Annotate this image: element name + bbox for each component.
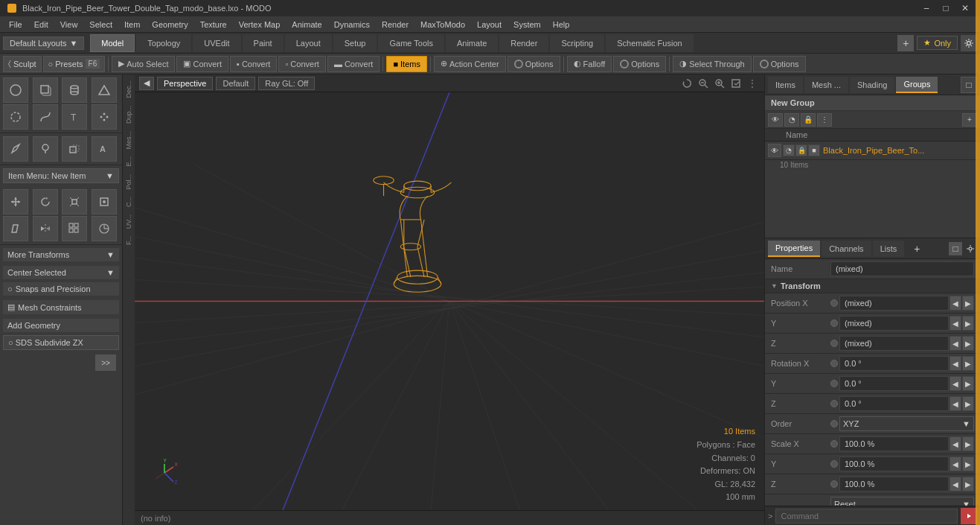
- props-tab-lists[interactable]: Lists: [873, 241, 905, 257]
- menu-layout[interactable]: Layout: [471, 19, 507, 31]
- rot-x-indicator[interactable]: [830, 360, 838, 367]
- viewport[interactable]: X Y Z 10 Items Polygons : Face Channels:…: [135, 92, 764, 510]
- more-transforms-button[interactable]: More Transforms ▼: [3, 248, 119, 261]
- zoom-in-button[interactable]: [712, 77, 727, 90]
- rot-y-indicator[interactable]: [830, 380, 838, 387]
- prop-rot-z-value[interactable]: 0.0 °: [839, 396, 949, 411]
- sculpt-button[interactable]: 〈 Sculpt: [3, 56, 42, 72]
- strip-mes[interactable]: Mes...: [124, 128, 134, 153]
- group-add-button[interactable]: +: [962, 113, 977, 127]
- group-render-button[interactable]: ◔: [784, 113, 799, 127]
- pos-x-indicator[interactable]: [830, 299, 838, 307]
- array-tool-button[interactable]: [62, 216, 87, 241]
- prop-name-value[interactable]: (mixed): [830, 261, 974, 276]
- item-render-icon[interactable]: ◔: [783, 144, 795, 156]
- group-eye-button[interactable]: 👁: [768, 113, 783, 127]
- tab-schematicfusion[interactable]: Schematic Fusion: [606, 34, 693, 52]
- menu-maxtomode[interactable]: MaxToModo: [414, 19, 471, 31]
- rot-z-left-btn[interactable]: ◀: [949, 396, 961, 411]
- tab-render[interactable]: Render: [499, 34, 548, 52]
- prop-pos-x-value[interactable]: (mixed): [839, 296, 949, 311]
- scale-y-right-btn[interactable]: ▶: [962, 456, 974, 471]
- bezier-tool-button[interactable]: [33, 104, 58, 130]
- falloff-button[interactable]: ◐ Falloff: [567, 56, 612, 72]
- scale-z-left-btn[interactable]: ◀: [949, 477, 961, 491]
- menu-texture[interactable]: Texture: [194, 19, 233, 31]
- panel-tab-shading[interactable]: Shading: [850, 77, 894, 93]
- center-selected-button[interactable]: Center Selected ▼: [3, 266, 119, 279]
- menu-select[interactable]: Select: [83, 19, 118, 31]
- options-button-2[interactable]: Options: [613, 56, 666, 72]
- maximize-button[interactable]: □: [937, 1, 955, 15]
- prop-pos-z-value[interactable]: (mixed): [839, 336, 949, 351]
- cube-tool-button[interactable]: [33, 77, 58, 103]
- ray-gl-label[interactable]: Ray GL: Off: [258, 77, 315, 90]
- prop-rot-x-value[interactable]: 0.0 °: [839, 356, 949, 371]
- sds-subdivide-button[interactable]: ○ SDS Subdivide ZX: [3, 335, 119, 350]
- pos-x-right-btn[interactable]: ▶: [962, 296, 974, 311]
- group-lock-button[interactable]: 🔒: [801, 113, 816, 127]
- scale-x-left-btn[interactable]: ◀: [949, 436, 961, 451]
- rot-z-right-btn[interactable]: ▶: [962, 396, 974, 411]
- pos-y-left-btn[interactable]: ◀: [949, 316, 961, 331]
- rot-y-right-btn[interactable]: ▶: [962, 376, 974, 391]
- strip-dec[interactable]: Dec...: [124, 77, 134, 101]
- item-type-icon[interactable]: ■: [808, 144, 820, 156]
- strip-uv[interactable]: UV...: [124, 211, 134, 232]
- options-button-1[interactable]: Options: [507, 56, 560, 72]
- pos-y-indicator[interactable]: [830, 319, 838, 327]
- transform-tool-button[interactable]: [92, 189, 117, 214]
- menu-view[interactable]: View: [54, 19, 84, 31]
- order-indicator[interactable]: [830, 420, 838, 427]
- auto-select-button[interactable]: ▶ Auto Select: [112, 56, 175, 72]
- strip-pol[interactable]: Pol...: [124, 171, 134, 193]
- tab-scripting[interactable]: Scripting: [550, 34, 604, 52]
- item-lock-icon[interactable]: 🔒: [795, 144, 807, 156]
- add-geometry-button[interactable]: Add Geometry: [3, 319, 119, 332]
- group-item-row[interactable]: 👁 ◔ 🔒 ■ Black_Iron_Pipe_Beer_To...: [765, 141, 980, 160]
- convert-button-1[interactable]: ▣ Convert: [176, 56, 228, 72]
- menu-dynamics[interactable]: Dynamics: [328, 19, 376, 31]
- command-input[interactable]: [775, 509, 958, 524]
- viewport-options-button[interactable]: ⋮: [745, 77, 760, 90]
- item-eye-button[interactable]: 👁: [768, 144, 781, 157]
- prop-scale-z-value[interactable]: 100.0 %: [839, 477, 949, 491]
- rotate-tool-button[interactable]: [33, 189, 58, 214]
- scale-y-indicator[interactable]: [830, 460, 838, 468]
- sphere-tool-button[interactable]: [3, 77, 28, 103]
- menu-help[interactable]: Help: [547, 19, 576, 31]
- viewport-nav-left[interactable]: ◀: [139, 77, 154, 90]
- scale-z-right-btn[interactable]: ▶: [962, 477, 974, 491]
- default-layouts-dropdown[interactable]: Default Layouts ▼: [3, 36, 84, 50]
- prop-order-value[interactable]: XYZ ▼: [839, 416, 974, 431]
- scale-x-right-btn[interactable]: ▶: [962, 436, 974, 451]
- menu-edit[interactable]: Edit: [28, 19, 54, 31]
- strip-e[interactable]: E...: [124, 153, 134, 170]
- tab-layout[interactable]: Layout: [285, 34, 332, 52]
- rot-x-right-btn[interactable]: ▶: [962, 356, 974, 371]
- reset-button[interactable]: Reset ▼: [830, 497, 974, 506]
- panel-expand-button[interactable]: □: [961, 77, 977, 93]
- options-button-3[interactable]: Options: [753, 56, 806, 72]
- menu-system[interactable]: System: [507, 19, 547, 31]
- cylinder-tool-button[interactable]: [62, 77, 87, 103]
- scale-y-left-btn[interactable]: ◀: [949, 456, 961, 471]
- minimize-button[interactable]: –: [917, 1, 935, 15]
- presets-button[interactable]: ○ Presets F6: [43, 56, 106, 72]
- tab-model[interactable]: Model: [90, 34, 135, 52]
- pos-z-right-btn[interactable]: ▶: [962, 336, 974, 351]
- menu-vertexmap[interactable]: Vertex Map: [233, 19, 286, 31]
- prop-scale-x-value[interactable]: 100.0 %: [839, 436, 949, 451]
- item-menu-dropdown[interactable]: Item Menu: New Item ▼: [3, 168, 119, 183]
- tab-uvedit[interactable]: UVEdit: [193, 34, 240, 52]
- menu-file[interactable]: File: [3, 19, 28, 31]
- radial-tool-button[interactable]: [92, 216, 117, 241]
- menu-item[interactable]: Item: [118, 19, 146, 31]
- pos-z-indicator[interactable]: [830, 340, 838, 347]
- default-label[interactable]: Default: [216, 77, 255, 90]
- text-tool-button[interactable]: T: [62, 104, 87, 130]
- prop-scale-y-value[interactable]: 100.0 %: [839, 456, 949, 471]
- tab-paint[interactable]: Paint: [243, 34, 284, 52]
- scale-z-indicator[interactable]: [830, 480, 838, 488]
- props-tab-channels[interactable]: Channels: [822, 241, 871, 257]
